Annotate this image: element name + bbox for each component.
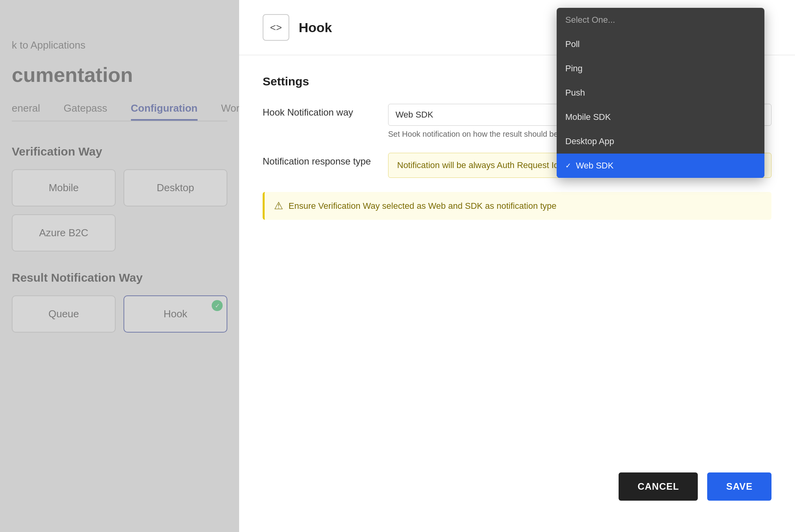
result-options: Queue Hook ✓	[12, 295, 227, 333]
dropdown-item-ping[interactable]: Ping	[557, 56, 764, 81]
dropdown-item-poll[interactable]: Poll	[557, 32, 764, 56]
button-row: CANCEL SAVE	[619, 472, 771, 501]
verification-options: Mobile Desktop Azure B2C	[12, 169, 227, 252]
dropdown-item-desktop-app[interactable]: Desktop App	[557, 129, 764, 154]
tabs-row: eneral Gatepass Configuration Workflo	[12, 102, 227, 121]
cancel-button[interactable]: CANCEL	[619, 472, 698, 501]
right-panel: <> Hook Settings Hook Notification way W…	[239, 0, 795, 532]
dropdown-item-push[interactable]: Push	[557, 81, 764, 105]
background-panel: k to Applications cumentation eneral Gat…	[0, 0, 239, 532]
dropdown-item-web-sdk[interactable]: ✓ Web SDK	[557, 154, 764, 178]
hook-selected-badge: ✓	[212, 300, 223, 311]
dropdown-menu: Select One... Poll Ping Push Mobile SDK …	[557, 8, 764, 178]
hook-notification-label: Hook Notification way	[263, 104, 372, 118]
save-button[interactable]: SAVE	[707, 472, 771, 501]
hook-icon: <>	[263, 14, 289, 41]
tab-gatepass[interactable]: Gatepass	[64, 102, 107, 121]
option-azure-b2c[interactable]: Azure B2C	[12, 214, 116, 252]
option-desktop[interactable]: Desktop	[123, 169, 227, 206]
option-hook[interactable]: Hook ✓	[123, 295, 227, 333]
selected-checkmark: ✓	[565, 161, 571, 170]
warning-icon: ⚠	[274, 200, 283, 212]
option-queue[interactable]: Queue	[12, 295, 116, 333]
notification-response-label: Notification response type	[263, 153, 372, 167]
result-section-title: Result Notification Way	[12, 271, 227, 284]
dropdown-item-mobile-sdk[interactable]: Mobile SDK	[557, 105, 764, 129]
dropdown-placeholder: Select One...	[557, 8, 764, 32]
hook-title: Hook	[299, 20, 332, 35]
back-link[interactable]: k to Applications	[12, 39, 227, 51]
page-title: cumentation	[12, 63, 227, 87]
warning-text: Ensure Verification Way selected as Web …	[289, 201, 557, 211]
verification-section-title: Verification Way	[12, 145, 227, 158]
tab-configuration[interactable]: Configuration	[131, 102, 198, 121]
tab-general[interactable]: eneral	[12, 102, 40, 121]
warning-banner: ⚠ Ensure Verification Way selected as We…	[263, 192, 771, 220]
option-mobile[interactable]: Mobile	[12, 169, 116, 206]
